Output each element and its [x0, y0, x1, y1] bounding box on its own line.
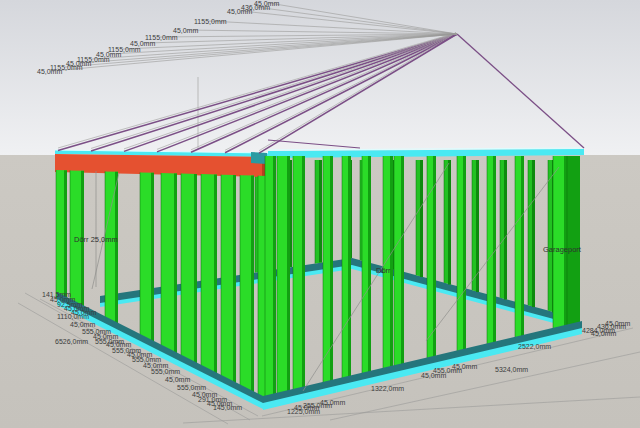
dim-label[interactable]: 555,0mm [151, 368, 180, 375]
stud-side-face [368, 156, 371, 378]
stud-side-face [504, 160, 507, 300]
dim-label[interactable]: 45,0mm [130, 40, 155, 47]
stud-side-face [348, 156, 351, 382]
stud-side-face [577, 156, 580, 329]
stud-side-face [420, 160, 423, 277]
dim-label[interactable]: 45,0mm [254, 0, 279, 7]
stud-side-face [532, 160, 535, 307]
dim-label[interactable]: 45,0mm [165, 376, 190, 383]
dim-label[interactable]: 45,0mm [452, 363, 477, 370]
dim-label[interactable]: 555,0mm [177, 384, 206, 391]
dim-label[interactable]: 45,0mm [605, 320, 630, 327]
dim-label[interactable]: 1155,0mm [194, 18, 227, 25]
stud-side-face [115, 172, 118, 330]
dim-label[interactable]: 45,0mm [320, 399, 345, 406]
stud-side-face [319, 160, 322, 262]
dim-label[interactable]: 1110,0mm [57, 313, 89, 320]
stud-side-face [233, 175, 236, 389]
stud-side-face [521, 156, 524, 342]
stud-side-face [401, 156, 404, 370]
dim-label[interactable]: 1155,0mm [108, 46, 141, 53]
dim-label[interactable]: 45,0mm [70, 321, 95, 328]
stud-side-face [251, 176, 254, 399]
stud-side-face [194, 174, 197, 370]
corner-plate-block [251, 152, 267, 164]
stud-side-face [463, 156, 466, 355]
dim-label[interactable]: 6526,0mm [55, 338, 88, 345]
stud-side-face [330, 156, 333, 387]
stud-side-face [448, 160, 451, 285]
stud-side-face [287, 156, 290, 397]
dim-label[interactable]: 45,0mm [173, 27, 198, 34]
dim-label[interactable]: 1322,0mm [371, 385, 404, 392]
dim-label[interactable]: 2522,0mm [518, 343, 551, 350]
dim-label[interactable]: 145,0mm [213, 404, 242, 411]
stud-side-face [302, 156, 305, 393]
stud-side-face [493, 156, 496, 348]
stud-side-face [564, 156, 567, 332]
stud-side-face [214, 175, 217, 380]
garage-label[interactable]: Garageport [543, 245, 582, 254]
dim-label[interactable]: 45,0mm [591, 330, 616, 337]
stud-side-face [151, 173, 154, 348]
dim-label[interactable]: 5324,0mm [495, 366, 528, 373]
stud-side-face [273, 156, 276, 400]
door-left-label[interactable]: Dörr 25,0mm [74, 235, 118, 244]
stud-side-face [390, 156, 393, 372]
cad-viewport[interactable]: 45,0mm 1155,0mm 45,0mm 1155,0mm 45,0mm 1… [0, 0, 640, 428]
door-front-label[interactable]: Dörr [376, 266, 391, 275]
stud-side-face [64, 170, 67, 304]
stud-side-face [174, 173, 177, 359]
dim-label[interactable]: 1155,0mm [145, 34, 178, 41]
